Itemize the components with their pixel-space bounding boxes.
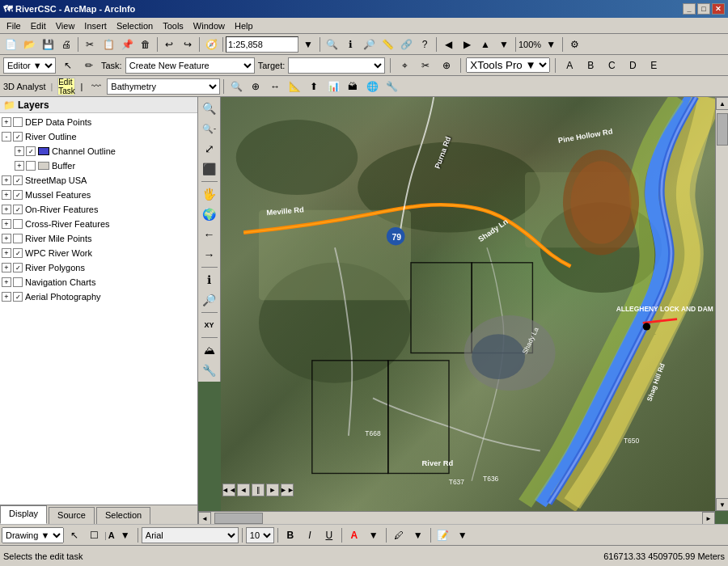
layer-item-mussel-features[interactable]: +✓Mussel Features — [2, 188, 196, 202]
scroll-right-button[interactable]: ► — [702, 512, 715, 524]
scroll-thumb-h[interactable] — [214, 513, 263, 524]
checkbox-navigation-charts[interactable] — [13, 277, 23, 287]
pan4-button[interactable]: ▼ — [495, 36, 513, 53]
xtools-dropdown[interactable]: XTools Pro ▼ — [466, 57, 550, 73]
xtools-btn2[interactable]: B — [582, 57, 599, 74]
identify-button[interactable]: ℹ — [341, 36, 359, 53]
menu-file[interactable]: File — [2, 20, 26, 32]
scroll-up-button[interactable]: ▲ — [716, 97, 728, 110]
checkbox-dep-data-points[interactable] — [13, 117, 23, 127]
line-color-button[interactable]: 📝 — [434, 526, 452, 544]
tab-selection[interactable]: Selection — [96, 507, 150, 524]
play-next-button[interactable]: ► — [266, 484, 279, 496]
fixed-zoom-in-tool[interactable]: ⬛ — [200, 159, 219, 179]
text-color-dropdown[interactable]: ▼ — [365, 526, 383, 544]
drawing-dropdown[interactable]: Drawing ▼ — [2, 527, 64, 543]
editor-dropdown[interactable]: Editor ▼ — [3, 57, 56, 74]
bold-button[interactable]: B — [281, 526, 299, 544]
edit-tool2[interactable]: ✂ — [417, 57, 434, 74]
expand-streetmap-usa[interactable]: + — [2, 175, 11, 185]
analysis-tool5[interactable]: ⬆ — [305, 78, 323, 95]
play-forward-button[interactable]: ►► — [281, 484, 294, 496]
scroll-thumb-v[interactable] — [717, 113, 728, 146]
expand-river-polygons[interactable]: + — [2, 263, 11, 272]
tab-display[interactable]: Display — [0, 505, 47, 524]
menu-tools[interactable]: Tools — [158, 20, 188, 32]
checkbox-channel-outline[interactable]: ✓ — [26, 146, 36, 156]
undo-button[interactable]: ↩ — [160, 36, 178, 53]
checkbox-cross-river-features[interactable] — [13, 219, 23, 229]
checkbox-river-outline[interactable]: ✓ — [13, 132, 23, 142]
back-tool[interactable]: ← — [200, 225, 219, 244]
find-button[interactable]: 🔎 — [360, 36, 378, 53]
html-button[interactable]: ? — [416, 36, 434, 53]
line-dropdown[interactable]: ▼ — [454, 526, 472, 544]
layer-item-river-outline[interactable]: -✓River Outline — [2, 129, 196, 144]
text-color-button[interactable]: A — [345, 526, 363, 544]
checkbox-mussel-features[interactable]: ✓ — [13, 190, 23, 200]
analysis-tool9[interactable]: 🔧 — [383, 78, 400, 95]
layer-item-wpc-river-work[interactable]: +✓WPC River Work — [2, 246, 196, 260]
analysis-tool7[interactable]: 🏔 — [344, 78, 362, 95]
font-name-select[interactable]: Arial — [142, 527, 239, 543]
forward-tool[interactable]: → — [200, 245, 219, 264]
edit-task-label[interactable]: Edit Task — [57, 78, 75, 95]
analysis-tool8[interactable]: 🌐 — [363, 78, 381, 95]
find-features-tool[interactable]: 🔎 — [200, 290, 219, 310]
checkbox-aerial-photography[interactable]: ✓ — [13, 292, 23, 302]
draw-options[interactable]: ☐ — [85, 526, 103, 544]
checkbox-streetmap-usa[interactable]: ✓ — [13, 175, 23, 185]
font-color-btn[interactable]: A — [108, 530, 115, 540]
layer-item-on-river-features[interactable]: +✓On-River Features — [2, 202, 196, 217]
pause-button[interactable]: ‖ — [252, 484, 265, 496]
info-tool[interactable]: ℹ — [200, 270, 219, 289]
zoom-pct-dropdown[interactable]: ▼ — [542, 36, 560, 53]
fill-color-button[interactable]: 🖊 — [390, 526, 408, 544]
expand-cross-river-features[interactable]: + — [2, 219, 11, 229]
xtools-btn5[interactable]: E — [645, 57, 662, 74]
redo-button[interactable]: ↪ — [179, 36, 197, 53]
tab-source[interactable]: Source — [49, 507, 95, 524]
draw-arrow-tool[interactable]: ↖ — [66, 526, 83, 544]
layer-item-streetmap-usa[interactable]: +✓StreetMap USA — [2, 173, 196, 188]
pan-tool[interactable]: 🖐 — [200, 184, 219, 204]
expand-on-river-features[interactable]: + — [2, 205, 11, 214]
layer-item-river-polygons[interactable]: +✓River Polygons — [2, 260, 196, 275]
scroll-down-button[interactable]: ▼ — [716, 498, 728, 511]
play-back-button[interactable]: ◄◄ — [222, 484, 235, 496]
analysis-tool2[interactable]: ⊕ — [247, 78, 265, 95]
target-dropdown[interactable] — [288, 57, 385, 74]
xy-tool[interactable]: XY — [200, 315, 219, 335]
save-button[interactable]: 💾 — [39, 36, 57, 53]
copy-button[interactable]: 📋 — [99, 36, 117, 53]
fill-dropdown[interactable]: ▼ — [409, 526, 427, 544]
edit-tool1[interactable]: ⌖ — [396, 57, 413, 74]
expand-wpc-river-work[interactable]: + — [2, 248, 11, 258]
xtools-btn4[interactable]: D — [624, 57, 641, 74]
bathymetry-dropdown[interactable]: Bathymetry — [107, 78, 220, 95]
map-canvas[interactable]: 79 Purna Rd Meville Rd Pine Hollow Rd Sh… — [221, 97, 715, 511]
full-extent-tool[interactable]: ⤢ — [200, 139, 219, 158]
expand-river-outline[interactable]: - — [2, 132, 11, 142]
title-bar-controls[interactable]: _ □ ✕ — [683, 3, 725, 15]
play-prev-button[interactable]: ◄ — [237, 484, 250, 496]
elevation-tool[interactable]: ⛰ — [200, 340, 219, 360]
layer-item-river-mile-points[interactable]: +River Mile Points — [2, 231, 196, 246]
menu-selection[interactable]: Selection — [112, 20, 158, 32]
expand-mussel-features[interactable]: + — [2, 190, 11, 200]
pan1-button[interactable]: ◀ — [439, 36, 457, 53]
italic-button[interactable]: I — [301, 526, 319, 544]
zoom-button[interactable]: 🔍 — [323, 36, 341, 53]
font-size-select[interactable]: 10 — [246, 527, 274, 543]
extra-btn[interactable]: ⚙ — [565, 36, 583, 53]
close-button[interactable]: ✕ — [712, 3, 725, 15]
zoom-out-tool[interactable]: 🔍- — [200, 119, 219, 138]
checkbox-on-river-features[interactable]: ✓ — [13, 205, 23, 214]
analysis-tool4[interactable]: 📐 — [286, 78, 303, 95]
hyperlink-button[interactable]: 🔗 — [397, 36, 415, 53]
analysis-tool6[interactable]: 📊 — [324, 78, 342, 95]
rotate-tool[interactable]: 🌍 — [200, 205, 219, 224]
pan2-button[interactable]: ▶ — [458, 36, 476, 53]
expand-navigation-charts[interactable]: + — [2, 277, 11, 287]
scale-input[interactable]: 1:25,858 — [226, 36, 298, 53]
